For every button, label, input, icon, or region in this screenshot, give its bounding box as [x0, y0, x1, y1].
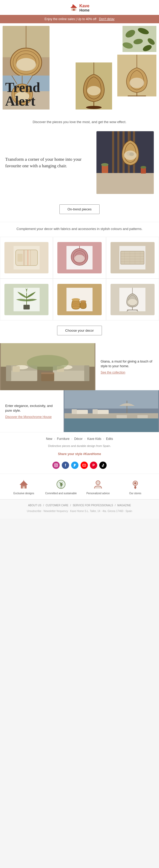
svg-rect-122: [23, 487, 25, 489]
transform-image: [96, 131, 154, 194]
feature-personalized-advice: Personalized advice: [82, 478, 114, 495]
footer-link-customer-care[interactable]: CUSTOMER CARE: [46, 504, 69, 507]
svg-rect-52: [141, 168, 146, 174]
baskets-svg: [67, 288, 92, 311]
nav-item-edits[interactable]: Edits: [106, 437, 113, 441]
monochrome-link[interactable]: Discover the Monochrome House: [5, 415, 58, 419]
section1-text: Discover the pieces you love the most, a…: [0, 112, 159, 129]
footer-link-magazine[interactable]: MAGAZINE: [117, 504, 131, 507]
nav-separator-3: ·: [84, 437, 85, 441]
svg-point-64: [74, 255, 85, 262]
pinterest-icon[interactable]: P: [90, 462, 97, 469]
facebook-icon[interactable]: f: [62, 462, 69, 469]
twitter-icon[interactable]: [71, 462, 78, 469]
exclusive-designs-label: Exclusive designs: [7, 492, 40, 495]
nav-item-new[interactable]: New: [46, 437, 52, 441]
features-row: Exclusive designs Committed and sustaina…: [0, 474, 159, 499]
personalized-advice-label: Personalized advice: [82, 492, 114, 495]
hero-image-1: [3, 26, 49, 83]
hero-title: Trend Alert: [5, 81, 40, 108]
products-grid: [0, 237, 159, 320]
product-cell-pillow[interactable]: [0, 237, 53, 279]
social-icons-row: f P: [0, 460, 159, 474]
svg-point-80: [72, 298, 80, 301]
product-cell-baskets[interactable]: [53, 279, 106, 320]
product-image-rug: [111, 242, 155, 273]
svg-point-53: [141, 166, 146, 168]
feature-our-stores: Our stores: [119, 478, 152, 495]
hanging-chair-2-svg: [117, 55, 156, 96]
footer-link-professionals[interactable]: SERVICE FOR PROFESSIONALS: [73, 504, 113, 507]
tiktok-icon[interactable]: [99, 462, 107, 469]
product-cell-hanging-chair-2[interactable]: [106, 279, 159, 320]
giana-link[interactable]: See the collection: [101, 371, 154, 374]
small-hanging-chair-svg: [119, 288, 146, 311]
giana-image: [0, 343, 95, 390]
nav-item-furniture[interactable]: Furniture: [57, 437, 70, 441]
svg-rect-97: [41, 373, 54, 381]
giana-bg: Giana, a must for giving a touch of styl…: [0, 343, 159, 390]
product-image-pillow: [4, 242, 48, 273]
share-text: Share your style: [58, 452, 83, 456]
trend-alert-heading: Trend Alert: [5, 81, 40, 108]
share-hashtag: #KaveHome: [83, 452, 101, 456]
nav-separator-4: ·: [103, 437, 104, 441]
nav-separator-2: ·: [71, 437, 72, 441]
committed-sustainable-label: Committed and sustainable: [45, 492, 77, 495]
cta1-button[interactable]: On-trend pieces: [59, 205, 100, 214]
monochrome-pool-svg: [64, 390, 159, 432]
svg-rect-93: [6, 365, 11, 381]
svg-rect-105: [65, 390, 158, 408]
instagram-icon[interactable]: [52, 462, 60, 469]
svg-rect-41: [112, 131, 114, 173]
nav-item-kave-kids[interactable]: Kave Kids: [87, 437, 102, 441]
footer-address: Kave Home S.L. Taller, 14 · 4ta. Girona …: [70, 510, 132, 513]
svg-rect-114: [137, 415, 148, 418]
hero-section: Trend Alert: [0, 23, 159, 112]
hero-image-5: [76, 62, 112, 110]
svg-rect-96: [84, 365, 89, 381]
svg-point-116: [55, 464, 57, 466]
svg-point-51: [101, 163, 109, 166]
cta2-button[interactable]: Choose your decor: [57, 326, 102, 335]
footer-links: ABOUT US / CUSTOMER CARE / SERVICE FOR P…: [5, 503, 154, 508]
youtube-icon[interactable]: [81, 462, 88, 469]
svg-point-103: [27, 355, 69, 371]
product-cell-rug[interactable]: [106, 237, 159, 279]
svg-point-9: [16, 58, 36, 71]
rug-svg: [119, 246, 146, 270]
svg-rect-3: [73, 5, 74, 6]
product-image-round-chair: [57, 242, 102, 273]
hanging-chair-natural-svg: [76, 62, 112, 110]
transform-text: Transform a corner of your home into you…: [5, 156, 91, 169]
hanging-chair-1-svg: [3, 26, 49, 83]
footer-link-about[interactable]: ABOUT US: [28, 504, 41, 507]
svg-rect-2: [73, 9, 75, 11]
footer: ABOUT US / CUSTOMER CARE / SERVICE FOR P…: [0, 499, 159, 519]
our-stores-icon: [129, 478, 141, 490]
monochrome-text-container: Enter elegance, exclusivity, and pure st…: [0, 390, 64, 432]
giana-outdoor-svg: [0, 343, 95, 390]
footer-newsletter-frequency[interactable]: Newsletter frequency: [43, 510, 68, 513]
products-intro-text: Complement your decor with fabrics and a…: [0, 222, 159, 237]
svg-marker-119: [84, 465, 85, 466]
transform-section: Transform a corner of your home into you…: [0, 129, 159, 199]
svg-point-35: [87, 86, 101, 95]
logo-house-icon: [70, 4, 78, 12]
svg-rect-59: [17, 254, 23, 261]
nav-item-decor[interactable]: Décor: [74, 437, 83, 441]
product-image-hanging-chair-2: [111, 284, 155, 315]
product-cell-round-chair[interactable]: [53, 237, 106, 279]
giana-section: Giana, a must for giving a touch of styl…: [0, 343, 159, 390]
svg-point-20: [129, 78, 144, 88]
monochrome-section: Enter elegance, exclusivity, and pure st…: [0, 390, 159, 432]
our-stores-label: Our stores: [119, 492, 152, 495]
pillow-svg: [13, 246, 40, 270]
footer-unsubscribe[interactable]: Unsubscribe: [27, 510, 41, 513]
svg-point-84: [128, 299, 137, 305]
svg-rect-40: [96, 173, 154, 194]
banner-link[interactable]: Don't delay: [99, 17, 115, 21]
product-cell-plant[interactable]: [0, 279, 53, 320]
svg-point-126: [96, 480, 100, 485]
svg-rect-109: [72, 409, 77, 414]
